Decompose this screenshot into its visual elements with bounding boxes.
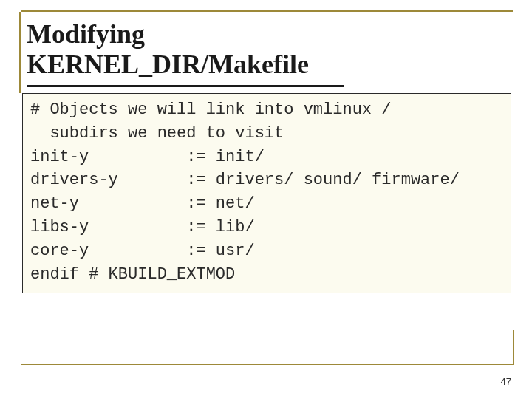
code-line: # Objects we will link into vmlinux / (30, 100, 391, 119)
title-underline (27, 85, 344, 87)
code-block: # Objects we will link into vmlinux / su… (22, 93, 511, 293)
slide-title: Modifying KERNEL_DIR/Makefile (27, 19, 514, 81)
page-number: 47 (501, 376, 511, 387)
code-line: core-y := usr/ (30, 242, 255, 260)
code-line: subdirs we need to visit (30, 124, 284, 143)
code-line: endif # KBUILD_EXTMOD (30, 265, 235, 284)
code-line: init-y := init/ (30, 148, 265, 166)
title-line-1: Modifying (27, 19, 145, 49)
code-line: net-y := net/ (30, 194, 255, 213)
title-line-2: KERNEL_DIR/Makefile (27, 50, 309, 79)
decorative-rule-top (21, 10, 513, 12)
code-line: libs-y := lib/ (30, 218, 255, 236)
code-line: drivers-y := drivers/ sound/ firmware/ (30, 171, 460, 189)
slide: Modifying KERNEL_DIR/Makefile # Objects … (0, 0, 532, 399)
decorative-rule-bottom (21, 364, 513, 365)
